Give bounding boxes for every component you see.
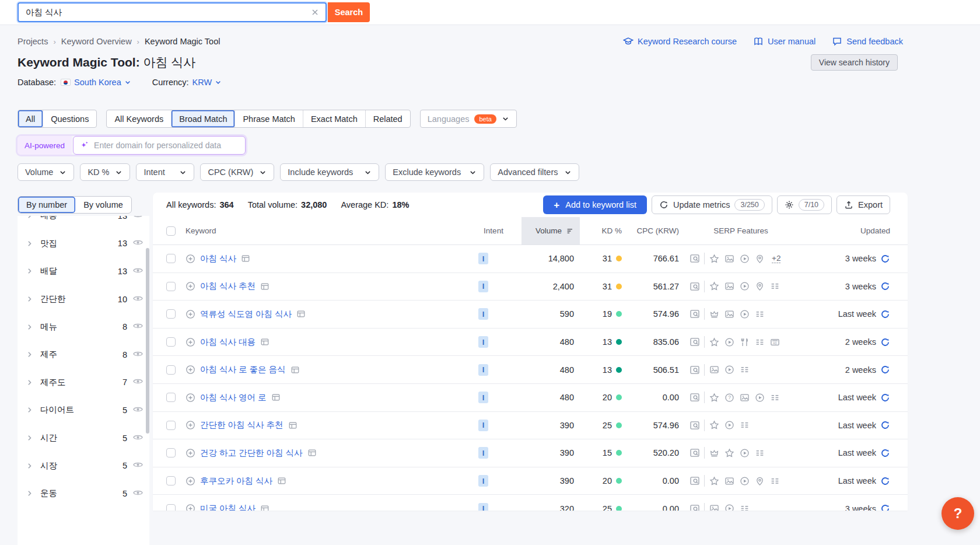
row-checkbox[interactable] <box>166 337 176 347</box>
preview-icon[interactable] <box>690 365 700 375</box>
serp-card-icon[interactable] <box>296 309 306 319</box>
view-search-history-button[interactable]: View search history <box>811 54 898 71</box>
chevron-right-icon[interactable] <box>26 434 33 442</box>
refresh-blue-icon[interactable] <box>880 504 890 511</box>
keyword-link[interactable]: 아침 식사 로 좋은 음식 <box>200 364 286 375</box>
refresh-blue-icon[interactable] <box>880 448 890 458</box>
serp-card-icon[interactable] <box>271 393 281 402</box>
preview-icon[interactable] <box>690 253 700 264</box>
row-checkbox[interactable] <box>166 476 176 485</box>
keyword-research-course-link[interactable]: Keyword Research course <box>623 36 737 47</box>
column-kd[interactable]: KD % <box>580 217 625 244</box>
sidebar-tab-by-number[interactable]: By number <box>18 197 75 213</box>
row-checkbox[interactable] <box>166 309 176 319</box>
eye-icon[interactable] <box>132 459 144 470</box>
domain-input[interactable]: Enter domain for personalized data <box>73 136 246 155</box>
keyword-group-item[interactable]: 간단한 10 <box>18 285 149 313</box>
sidebar-tab-by-volume[interactable]: By volume <box>75 197 131 213</box>
row-checkbox[interactable] <box>166 365 176 375</box>
eye-icon[interactable] <box>132 487 144 498</box>
preview-icon[interactable] <box>690 337 700 347</box>
keyword-group-item[interactable]: 운동 5 <box>18 480 149 508</box>
tab-all-keywords[interactable]: All Keywords <box>107 110 171 127</box>
refresh-blue-icon[interactable] <box>880 476 890 486</box>
serp-card-icon[interactable] <box>290 365 300 375</box>
preview-icon[interactable] <box>690 392 700 403</box>
filter-include-keywords[interactable]: Include keywords <box>280 163 379 181</box>
tab-broad-match[interactable]: Broad Match <box>171 110 235 127</box>
select-all-checkbox[interactable] <box>166 226 176 236</box>
plus-circle-icon[interactable] <box>186 448 195 458</box>
chevron-right-icon[interactable] <box>26 323 33 331</box>
keyword-group-item[interactable]: 다이어트 5 <box>18 396 149 424</box>
tab-questions[interactable]: Questions <box>43 110 96 127</box>
row-checkbox[interactable] <box>166 504 176 511</box>
column-keyword[interactable]: Keyword <box>186 217 466 244</box>
add-to-keyword-list-button[interactable]: + Add to keyword list <box>543 195 647 214</box>
keyword-link[interactable]: 아침 식사 추천 <box>200 281 256 292</box>
keyword-link[interactable]: 미국 아침 식사 <box>200 503 256 511</box>
keyword-group-item[interactable]: 시간 5 <box>18 424 149 452</box>
database-select[interactable]: South Korea <box>74 78 131 87</box>
refresh-blue-icon[interactable] <box>880 393 890 403</box>
row-checkbox[interactable] <box>166 421 176 430</box>
chevron-right-icon[interactable] <box>26 295 33 303</box>
plus-circle-icon[interactable] <box>186 476 195 486</box>
column-serp-features[interactable]: SERP Features <box>684 217 792 244</box>
column-volume[interactable]: Volume <box>522 217 580 244</box>
refresh-blue-icon[interactable] <box>880 337 890 347</box>
row-checkbox[interactable] <box>166 393 176 402</box>
keyword-link[interactable]: 역류성 식도염 아침 식사 <box>200 309 292 320</box>
row-checkbox[interactable] <box>166 448 176 457</box>
filter-advanced-filters[interactable]: Advanced filters <box>490 163 579 181</box>
plus-circle-icon[interactable] <box>186 365 195 375</box>
chevron-right-icon[interactable] <box>26 490 33 497</box>
preview-icon[interactable] <box>690 420 700 431</box>
settings-button[interactable]: 7/10 <box>777 195 832 214</box>
refresh-blue-icon[interactable] <box>880 254 890 264</box>
currency-select[interactable]: KRW <box>192 78 222 87</box>
row-checkbox[interactable] <box>166 282 176 291</box>
eye-icon[interactable] <box>132 320 144 331</box>
column-updated[interactable]: Updated <box>792 217 908 244</box>
keyword-group-item[interactable]: 제주 8 <box>18 341 149 369</box>
eye-icon[interactable] <box>132 432 144 443</box>
keyword-link[interactable]: 아침 식사 대용 <box>200 337 256 348</box>
eye-icon[interactable] <box>132 293 144 304</box>
row-checkbox[interactable] <box>166 254 176 263</box>
keyword-group-item[interactable]: 맛집 13 <box>18 230 149 258</box>
sidebar-scrollbar[interactable] <box>146 248 149 434</box>
breadcrumb-projects[interactable]: Projects <box>18 37 48 46</box>
user-manual-link[interactable]: User manual <box>753 36 816 47</box>
filter-cpc-krw[interactable]: CPC (KRW) <box>200 163 274 181</box>
plus-circle-icon[interactable] <box>186 254 195 264</box>
tab-phrase-match[interactable]: Phrase Match <box>235 110 302 127</box>
preview-icon[interactable] <box>690 476 700 486</box>
refresh-blue-icon[interactable] <box>880 365 890 375</box>
plus-circle-icon[interactable] <box>186 309 195 319</box>
languages-dropdown[interactable]: Languages beta <box>420 110 517 128</box>
filter-exclude-keywords[interactable]: Exclude keywords <box>385 163 484 181</box>
tab-exact-match[interactable]: Exact Match <box>303 110 365 127</box>
preview-icon[interactable] <box>690 504 700 511</box>
chevron-right-icon[interactable] <box>26 216 33 219</box>
chevron-right-icon[interactable] <box>26 406 33 414</box>
keyword-group-item[interactable]: 내용 13 <box>18 216 149 230</box>
tab-related[interactable]: Related <box>365 110 410 127</box>
plus-circle-icon[interactable] <box>186 281 195 291</box>
eye-icon[interactable] <box>132 404 144 415</box>
plus-circle-icon[interactable] <box>186 337 195 347</box>
refresh-blue-icon[interactable] <box>880 281 890 291</box>
serp-card-icon[interactable] <box>260 504 270 511</box>
chevron-right-icon[interactable] <box>26 462 33 470</box>
keyword-link[interactable]: 간단한 아침 식사 추천 <box>200 420 284 431</box>
eye-icon[interactable] <box>132 265 144 276</box>
serp-card-icon[interactable] <box>260 337 270 347</box>
preview-icon[interactable] <box>690 448 700 458</box>
eye-icon[interactable] <box>132 216 144 221</box>
plus-circle-icon[interactable] <box>186 420 195 430</box>
chevron-right-icon[interactable] <box>26 379 33 386</box>
filter-volume[interactable]: Volume <box>18 163 74 181</box>
chevron-right-icon[interactable] <box>26 240 33 247</box>
breadcrumb-keyword-overview[interactable]: Keyword Overview <box>61 37 132 46</box>
